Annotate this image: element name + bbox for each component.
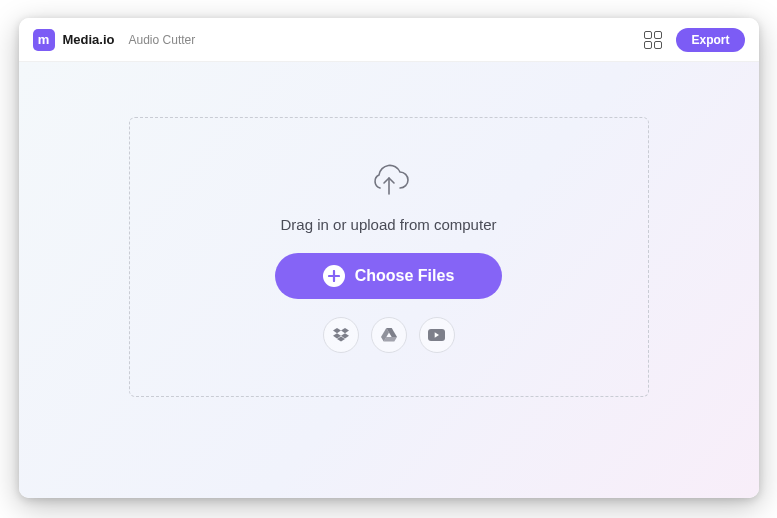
export-button[interactable]: Export: [676, 28, 744, 52]
dropbox-icon: [333, 328, 349, 342]
source-youtube[interactable]: [419, 317, 455, 353]
youtube-icon: [428, 329, 445, 341]
choose-files-button[interactable]: Choose Files: [275, 253, 503, 299]
source-google-drive[interactable]: [371, 317, 407, 353]
main-area: Drag in or upload from computer Choose F…: [19, 62, 759, 498]
plus-icon: [323, 265, 345, 287]
logo-icon: m: [33, 29, 55, 51]
header-bar: m Media.io Audio Cutter Export: [19, 18, 759, 62]
apps-grid-icon[interactable]: [644, 31, 662, 49]
source-dropbox[interactable]: [323, 317, 359, 353]
brand-name: Media.io: [63, 32, 115, 47]
google-drive-icon: [381, 328, 397, 342]
upload-dropzone[interactable]: Drag in or upload from computer Choose F…: [129, 117, 649, 397]
cloud-upload-icon: [366, 162, 412, 202]
dropzone-hint: Drag in or upload from computer: [281, 216, 497, 233]
choose-files-label: Choose Files: [355, 267, 455, 285]
app-window: m Media.io Audio Cutter Export Drag in o…: [19, 18, 759, 498]
source-row: [323, 317, 455, 353]
tool-title: Audio Cutter: [129, 33, 196, 47]
